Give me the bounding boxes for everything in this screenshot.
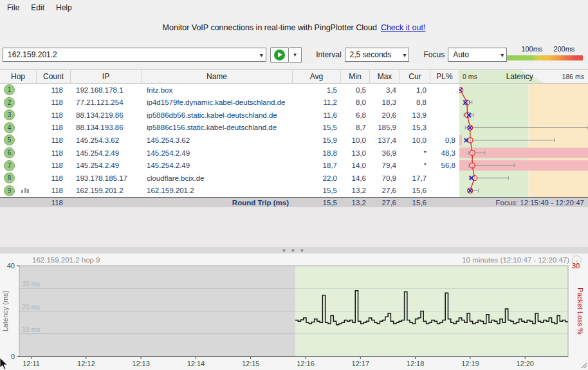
play-icon [274, 50, 285, 60]
svg-text:12:17: 12:17 [352, 360, 370, 367]
legend-200ms-label: 200ms [553, 45, 574, 53]
cell-hop: 6 [0, 147, 37, 160]
interval-value: 2,5 seconds [350, 50, 392, 59]
column-header-max[interactable]: Max [370, 70, 400, 83]
cell-min: 6,8 [341, 109, 370, 122]
cell-cur: 17,7 [400, 172, 430, 185]
svg-text:12:13: 12:13 [132, 360, 150, 367]
cell-ip: 88.134.219.86 [71, 109, 142, 122]
cell-count: 118 [37, 159, 71, 172]
focus-value: Auto [453, 50, 469, 59]
cell-count: 118 [37, 97, 71, 109]
resize-grip-icon[interactable] [580, 361, 587, 369]
menu-item-help[interactable]: Help [50, 1, 78, 15]
cell-count: 118 [37, 109, 71, 122]
cell-avg: 15,5 [293, 184, 341, 197]
dropdown-arrow-icon[interactable]: ▾ [501, 51, 504, 59]
footer-count: 118 [0, 198, 71, 207]
svg-text:Latency (ms): Latency (ms) [1, 291, 9, 332]
cell-min: 13,0 [341, 147, 370, 160]
cell-min: 8,0 [341, 97, 370, 109]
cell-count: 118 [37, 147, 71, 160]
table-header: HopCountIPNameAvgMinMaxCurPL%0 msLatency… [0, 69, 588, 84]
column-header-ip[interactable]: IP [71, 70, 142, 83]
cell-hop: 2 [0, 97, 37, 109]
latency-header-title: Latency [506, 72, 533, 81]
panel-spacer [0, 207, 588, 247]
target-combobox[interactable]: 162.159.201.2 ▾ [3, 48, 266, 62]
table-body: 1118192.168.178.1fritz.box1,50,53,41,021… [0, 84, 588, 197]
cell-name: 145.254.2.49 [142, 159, 293, 172]
hop-number-badge: 2 [4, 97, 15, 108]
cell-ip: 77.21.121.254 [71, 97, 142, 109]
start-options-button[interactable]: ▾ [289, 47, 302, 63]
cell-avg: 11,6 [293, 109, 341, 122]
cell-ip: 192.168.178.1 [71, 84, 142, 97]
svg-text:30 ms: 30 ms [22, 280, 41, 288]
cell-count: 118 [37, 184, 71, 197]
menu-bar: FileEditHelp [0, 0, 588, 15]
column-header-count[interactable]: Count [37, 70, 71, 83]
focus-label: Focus [423, 50, 445, 59]
cell-max: 27,6 [370, 184, 400, 197]
column-header-cur[interactable]: Cur [400, 70, 430, 83]
timeline-chart[interactable]: 30 ms20 ms10 ms400Latency (ms)30Packet L… [0, 254, 588, 370]
menu-item-file[interactable]: File [1, 1, 25, 15]
footer-min: 13,2 [341, 198, 370, 207]
cell-pl [430, 184, 459, 197]
svg-text:10 ms: 10 ms [22, 326, 41, 333]
hop-number-badge: 5 [4, 134, 15, 145]
start-trace-button[interactable] [270, 47, 289, 63]
svg-text:12:20: 12:20 [516, 360, 534, 367]
column-header-min[interactable]: Min [341, 70, 370, 83]
svg-text:12:16: 12:16 [297, 360, 315, 367]
cell-count: 118 [37, 122, 71, 134]
splitter-handle[interactable]: ● ● ● [0, 247, 588, 254]
cell-cur: 10,0 [400, 134, 430, 147]
cell-pl: 56,8 [430, 159, 459, 172]
promo-banner: Monitor VoIP connections in real-time wi… [0, 15, 588, 40]
menu-item-edit[interactable]: Edit [25, 1, 50, 15]
cell-avg: 22,0 [293, 172, 341, 185]
trace-table: HopCountIPNameAvgMinMaxCurPL%0 msLatency… [0, 69, 588, 207]
cell-name: fritz.box [142, 84, 293, 97]
cell-name: ip5886db56.static.kabel-deutschland.de [142, 109, 293, 122]
cell-avg: 18,8 [293, 147, 341, 160]
footer-avg: 15,5 [293, 198, 341, 207]
svg-text:12:15: 12:15 [242, 360, 260, 367]
cell-cur: 1,0 [400, 84, 430, 97]
cell-max: 79,4 [370, 159, 400, 172]
cell-min: 14,6 [341, 172, 370, 185]
banner-link[interactable]: Check it out! [381, 23, 425, 32]
svg-text:0: 0 [11, 353, 15, 360]
cell-pl: 48,3 [430, 147, 459, 160]
interval-combobox[interactable]: 2,5 seconds ▾ [345, 48, 410, 62]
latency-scale-min: 0 ms [459, 73, 477, 80]
cell-pl [430, 109, 459, 122]
cell-min: 0,5 [341, 84, 370, 97]
cell-cur: 13,9 [400, 109, 430, 122]
cell-ip: 88.134.193.86 [71, 122, 142, 134]
column-header-latency[interactable]: 0 msLatency186 ms [459, 70, 588, 83]
column-header-name[interactable]: Name [142, 70, 293, 83]
cell-min: 10,0 [341, 134, 370, 147]
hop-number-badge: 7 [4, 160, 15, 171]
footer-cur: 15,6 [400, 198, 430, 207]
column-header-pl[interactable]: PL% [430, 70, 459, 83]
cell-pl: 0,8 [430, 134, 459, 147]
cell-pl [430, 97, 459, 109]
cell-cur: 15,3 [400, 122, 430, 134]
focus-combobox[interactable]: Auto ▾ [448, 48, 507, 62]
cell-avg: 1,5 [293, 84, 341, 97]
cell-ip: 145.254.2.49 [71, 147, 142, 160]
timeline-graph-icon[interactable] [21, 188, 29, 193]
cell-ip: 145.254.3.62 [71, 134, 142, 147]
dropdown-arrow-icon[interactable]: ▾ [403, 51, 406, 59]
column-header-hop[interactable]: Hop [0, 70, 37, 83]
cell-hop: 9 [0, 184, 37, 197]
column-header-avg[interactable]: Avg [293, 70, 341, 83]
svg-text:Packet Loss %: Packet Loss % [576, 288, 584, 335]
dropdown-arrow-icon[interactable]: ▾ [260, 51, 263, 59]
cell-ip: 145.254.2.49 [71, 159, 142, 172]
hop-number-badge: 8 [4, 172, 15, 183]
